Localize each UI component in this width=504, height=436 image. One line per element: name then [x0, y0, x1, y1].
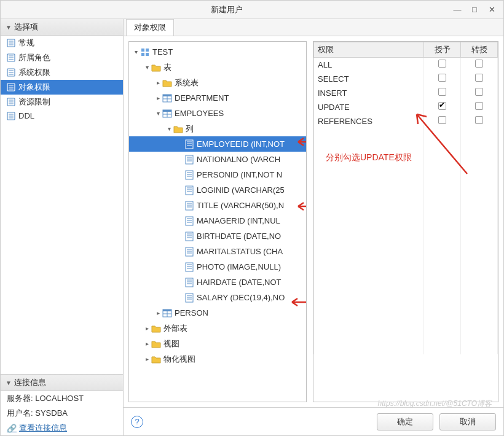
tree-column[interactable]: PHOTO (IMAGE,NULL) — [129, 259, 306, 274]
ok-button[interactable]: 确定 — [377, 413, 433, 430]
tree-column[interactable]: BIRTHDATE (DATE,NO — [129, 228, 306, 244]
tree-toggle-icon: ▸ — [154, 309, 162, 316]
perm-name: SELECT — [314, 72, 424, 86]
tree-node-label: MANAGERID (INT,NUL — [197, 216, 280, 225]
nav-item[interactable]: 资源限制 — [1, 95, 123, 109]
tree-node-icon — [162, 308, 172, 318]
perm-row-empty — [314, 142, 498, 157]
perm-row: ALL — [314, 58, 498, 72]
svg-rect-44 — [186, 171, 193, 179]
nav-item[interactable]: DDL — [1, 109, 123, 122]
tree-node-icon — [151, 324, 161, 333]
page-icon — [7, 98, 15, 106]
page-icon — [7, 53, 15, 62]
tree-column[interactable]: EMPLOYEEID (INT,NOT — [129, 136, 306, 152]
svg-rect-76 — [186, 294, 193, 302]
transfer-checkbox[interactable] — [475, 60, 483, 68]
perm-row-empty — [314, 199, 498, 213]
svg-rect-68 — [186, 263, 193, 271]
perm-row: SELECT — [314, 72, 498, 86]
tree-node-label: 列 — [186, 123, 194, 134]
tree-column[interactable]: NATIONALNO (VARCH — [129, 152, 306, 167]
connection-header: ▼ 连接信息 — [1, 374, 123, 391]
nav-item[interactable]: 系统权限 — [1, 65, 123, 80]
perm-name: REFERENCES — [314, 114, 424, 128]
help-button[interactable]: ? — [131, 416, 143, 428]
transfer-checkbox[interactable] — [475, 116, 483, 124]
tree-node-icon — [162, 78, 172, 88]
tree-column[interactable]: HAIRDATE (DATE,NOT — [129, 274, 306, 290]
tree-node-label: 视图 — [163, 338, 179, 349]
nav-item[interactable]: 常规 — [1, 36, 123, 50]
transfer-checkbox[interactable] — [475, 102, 483, 110]
tree-column[interactable]: TITLE (VARCHAR(50),N — [129, 198, 306, 213]
tree-column[interactable]: SALARY (DEC(19,4),NO — [129, 290, 306, 305]
tree-table-person[interactable]: ▸PERSON — [129, 305, 306, 321]
svg-rect-24 — [141, 49, 144, 52]
object-tree[interactable]: ▾TEST▾表▸系统表▸DEPARTMENT▾EMPLOYEES▾列EMPLOY… — [128, 41, 307, 402]
perm-row-empty — [314, 312, 498, 326]
page-icon — [7, 68, 15, 77]
tree-folder-system-tables[interactable]: ▸系统表 — [129, 75, 306, 90]
link-icon: 🔗 — [7, 424, 17, 433]
tree-toggle-icon: ▾ — [132, 49, 140, 55]
tree-node-icon — [184, 216, 194, 226]
grant-checkbox[interactable] — [438, 60, 446, 68]
transfer-checkbox[interactable] — [475, 74, 483, 82]
tree-node-label: HAIRDATE (DATE,NOT — [197, 278, 281, 287]
svg-rect-56 — [186, 217, 193, 225]
nav-item[interactable]: 所属角色 — [1, 50, 123, 65]
tree-table-department[interactable]: ▸DEPARTMENT — [129, 90, 306, 106]
tree-toggle-icon: ▸ — [143, 325, 151, 332]
tree-node-icon — [140, 47, 150, 57]
permissions-table: 权限 授予 转授 ALLSELECTINSERTUPDATEREFERENCES — [313, 42, 498, 354]
nav-item[interactable]: 对象权限 — [1, 80, 123, 95]
window-title: 新建用户 — [1, 4, 453, 15]
close-button[interactable]: ✕ — [487, 6, 496, 14]
perm-row-empty — [314, 255, 498, 270]
perm-row-empty — [314, 213, 498, 227]
perm-name: INSERT — [314, 86, 424, 100]
svg-rect-81 — [163, 309, 171, 311]
perm-row-empty — [314, 340, 498, 354]
grant-checkbox[interactable] — [438, 74, 446, 82]
tree-folder-mat-views[interactable]: ▸物化视图 — [129, 351, 306, 367]
maximize-button[interactable]: □ — [470, 6, 479, 14]
transfer-checkbox[interactable] — [475, 88, 483, 96]
tree-node-icon — [151, 63, 161, 72]
grant-checkbox[interactable] — [438, 102, 446, 110]
tree-column[interactable]: MARITALSTATUS (CHA — [129, 244, 306, 259]
svg-rect-72 — [186, 278, 193, 287]
tree-db[interactable]: ▾TEST — [129, 44, 306, 60]
tree-toggle-icon: ▸ — [154, 95, 162, 101]
tree-node-icon — [162, 93, 172, 103]
view-connection-link[interactable]: 🔗 查看连接信息 — [7, 422, 117, 434]
tab-object-permissions[interactable]: 对象权限 — [126, 19, 174, 36]
tree-table-employees[interactable]: ▾EMPLOYEES — [129, 106, 306, 121]
tree-folder-columns[interactable]: ▾列 — [129, 121, 306, 136]
tree-column[interactable]: MANAGERID (INT,NUL — [129, 213, 306, 228]
minimize-button[interactable]: — — [453, 6, 462, 14]
page-icon — [7, 112, 15, 120]
perm-name: ALL — [314, 58, 424, 72]
collapse-icon: ▼ — [6, 24, 12, 31]
tree-folder-views[interactable]: ▸视图 — [129, 336, 306, 351]
svg-rect-40 — [186, 155, 193, 164]
cancel-button[interactable]: 取消 — [439, 413, 496, 430]
svg-rect-27 — [146, 53, 149, 56]
col-permission[interactable]: 权限 — [314, 42, 424, 58]
tree-node-icon — [184, 185, 194, 195]
grant-checkbox[interactable] — [438, 116, 446, 124]
tree-node-label: MARITALSTATUS (CHA — [197, 247, 283, 256]
grant-checkbox[interactable] — [438, 88, 446, 96]
perm-row-empty — [314, 185, 498, 199]
tree-folder-ext-tables[interactable]: ▸外部表 — [129, 321, 306, 336]
col-grant[interactable]: 授予 — [424, 42, 461, 58]
tree-column[interactable]: PERSONID (INT,NOT N — [129, 167, 306, 182]
perm-row: UPDATE — [314, 100, 498, 114]
tree-folder-tables[interactable]: ▾表 — [129, 60, 306, 75]
tree-node-icon — [184, 293, 194, 303]
col-transfer[interactable]: 转授 — [461, 42, 498, 58]
server-row: 服务器: LOCALHOST — [1, 391, 123, 406]
tree-column[interactable]: LOGINID (VARCHAR(25 — [129, 182, 306, 198]
